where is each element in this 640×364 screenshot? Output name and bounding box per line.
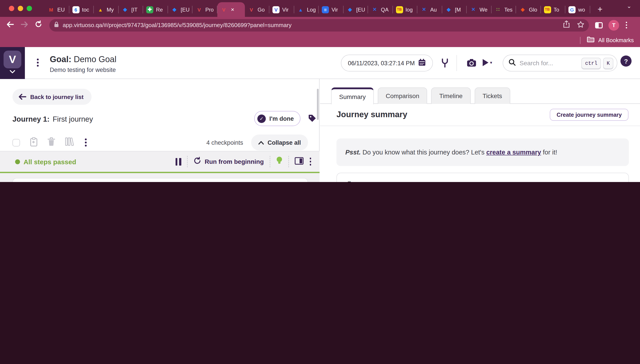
all-bookmarks-button[interactable]: All Bookmarks [598, 37, 634, 43]
tab-label: Pro [205, 6, 214, 13]
psst-lead: Psst. [345, 149, 361, 156]
close-window-button[interactable] [9, 6, 14, 11]
tab-close-icon[interactable]: × [231, 6, 234, 13]
status-menu-icon[interactable] [310, 158, 311, 166]
reload-button[interactable] [35, 20, 42, 30]
browser-tab-19[interactable]: ∷Tes [491, 2, 516, 17]
tab-timeline[interactable]: Timeline [431, 88, 471, 104]
logo-chevron-down-icon[interactable] [10, 69, 15, 74]
tab-favicon: ◆ [122, 6, 129, 13]
tab-favicon: ✕ [371, 6, 378, 13]
browser-tab-16[interactable]: ✕Au [417, 2, 442, 17]
goal-menu-icon[interactable] [37, 58, 39, 66]
suggestions-bulb-icon[interactable] [276, 156, 282, 167]
split-view-icon[interactable] [294, 157, 303, 166]
side-panel-toggle-icon[interactable] [595, 22, 603, 28]
new-tab-button[interactable]: + [594, 4, 606, 15]
back-to-journey-list-button[interactable]: Back to journey list [13, 89, 92, 105]
tab-label: toc [82, 6, 89, 13]
library-icon[interactable] [65, 137, 74, 148]
clipboard-icon[interactable] [30, 137, 38, 148]
create-summary-link[interactable]: create a summary [486, 149, 541, 156]
zoom-window-button[interactable] [27, 6, 32, 11]
browser-tab-3[interactable]: ▲My [94, 2, 118, 17]
run-play-button[interactable]: ▼ [483, 59, 493, 66]
goal-prefix: Goal: [50, 54, 71, 64]
im-done-button[interactable]: ✓ I'm done [254, 111, 300, 126]
bookmarks-bar: All Bookmarks [0, 33, 640, 47]
datetime-picker[interactable]: 06/11/2023, 03:27:14 PM [341, 54, 433, 72]
tab-label: QA [381, 6, 389, 13]
actions-menu-icon[interactable] [85, 139, 86, 146]
play-dropdown-caret-icon[interactable]: ▼ [489, 60, 493, 64]
tab-favicon: V [195, 6, 203, 13]
browser-tab-12[interactable]: ≡Vir [319, 2, 343, 17]
browser-tab-11[interactable]: ▲Log [294, 2, 319, 17]
tab-label: Re [156, 6, 163, 13]
minimize-window-button[interactable] [18, 6, 23, 11]
tab-favicon: ◆ [445, 6, 452, 13]
tab-favicon: V [248, 6, 255, 13]
browser-tab-7[interactable]: VPro [192, 2, 217, 17]
browser-menu-icon[interactable] [626, 22, 627, 28]
tab-tickets[interactable]: Tickets [475, 88, 510, 104]
folder-icon [587, 36, 595, 44]
url-bar[interactable]: app.virtuoso.qa/#/project/97473/goal/136… [49, 19, 589, 31]
psst-tail: for it! [543, 149, 557, 156]
browser-tab-2[interactable]: 6toc [69, 2, 94, 17]
forward-button[interactable] [21, 21, 29, 30]
check-circle-icon: ✓ [257, 114, 266, 123]
tab-search-chevron-icon[interactable]: ⌄ [627, 3, 631, 9]
browser-tab-18[interactable]: ✕We [467, 2, 491, 17]
virtuoso-logo[interactable]: V [0, 47, 25, 79]
bookmark-star-icon[interactable] [577, 21, 584, 30]
tab-label: wo [578, 6, 585, 13]
back-label: Back to journey list [30, 94, 84, 100]
browser-tab-6[interactable]: ◆[EU [168, 2, 192, 17]
collapse-all-button[interactable]: Collapse all [251, 134, 308, 150]
tab-favicon: ◆ [346, 6, 354, 13]
tab-favicon: ∷ [494, 6, 502, 13]
left-panel-scrollbar[interactable] [317, 89, 319, 120]
browser-tab-1[interactable]: MEU [45, 2, 69, 17]
tab-favicon: ◈ [519, 6, 526, 13]
browser-tab-13[interactable]: ◆[EU [343, 2, 368, 17]
global-search[interactable]: Search for... ctrl K [503, 54, 617, 72]
checkpoint-card: Checkpoint 3:Login StepsClick on"Inlogge… [13, 178, 308, 182]
chevron-up-icon [258, 140, 264, 144]
browser-profile-avatar[interactable]: T [608, 20, 619, 30]
trash-icon[interactable] [48, 137, 55, 148]
branch-fork-icon[interactable] [441, 58, 449, 69]
browser-tab-9[interactable]: VGo [245, 2, 269, 17]
create-journey-summary-button[interactable]: Create journey summary [550, 109, 628, 121]
journey-summary-panel: SummaryComparisonTimelineTickets Journey… [320, 79, 640, 182]
lock-icon [54, 21, 59, 29]
tab-comparison[interactable]: Comparison [378, 88, 427, 104]
select-all-checkbox[interactable] [13, 139, 20, 146]
browser-tab-10[interactable]: VVir [269, 2, 294, 17]
back-button[interactable] [6, 21, 14, 30]
camera-screenshot-icon[interactable] [467, 58, 477, 69]
browser-tab-strip: MEU6toc▲My◆[IT✚Re◆[EUVProV×VGoVVir▲Log≡V… [0, 0, 640, 17]
browser-tab-4[interactable]: ◆[IT [118, 2, 143, 17]
browser-tab-5[interactable]: ✚Re [143, 2, 168, 17]
browser-tab-14[interactable]: ✕QA [368, 2, 393, 17]
tab-summary[interactable]: Summary [331, 88, 374, 104]
tag-icon[interactable] [308, 114, 317, 125]
collapse-all-label: Collapse all [268, 139, 301, 146]
pause-icon[interactable] [175, 158, 181, 165]
share-icon[interactable] [563, 20, 570, 30]
datetime-value: 06/11/2023, 03:27:14 PM [348, 60, 415, 66]
browser-tab-21[interactable]: TBTo [541, 2, 565, 17]
tab-label: [M [455, 6, 461, 13]
app-header: V Goal: Demo Goal Demo testing for websi… [0, 47, 640, 79]
browser-tab-17[interactable]: ◆[M [442, 2, 467, 17]
browser-tab-15[interactable]: TBlog [393, 2, 417, 17]
tab-label: EU [57, 6, 65, 13]
run-from-beginning-button[interactable]: Run from beginning [205, 158, 264, 165]
browser-tab-8[interactable]: V× [217, 2, 245, 17]
help-button[interactable]: ? [620, 56, 631, 66]
browser-tab-20[interactable]: ◈Glo [516, 2, 541, 17]
browser-tab-22[interactable]: Gwo [565, 2, 590, 17]
rerun-icon[interactable] [193, 157, 201, 166]
